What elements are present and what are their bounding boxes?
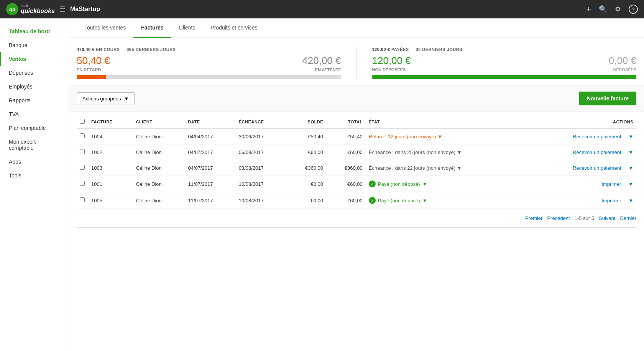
tabs-bar: Toutes les ventes Factures Clients Produ…	[69, 18, 644, 38]
actions-row: Actions groupées ▼ Nouvelle facture	[69, 85, 644, 112]
action-separator: |	[622, 165, 626, 171]
pagination-info: 1-5 sur 5	[575, 215, 594, 221]
action-dropdown-icon[interactable]: ▼	[628, 198, 633, 203]
table-body: 1004Céline Dion04/04/201730/06/2017€50,4…	[77, 129, 636, 209]
select-all-checkbox[interactable]	[80, 119, 85, 124]
sidebar-item-tva[interactable]: TVA	[0, 107, 69, 121]
pagination-premier[interactable]: Premier	[525, 215, 543, 221]
layout: Tableau de bord Banque Ventes Dépenses E…	[0, 18, 644, 351]
tab-factures[interactable]: Factures	[133, 18, 171, 38]
cell-echeance: 06/08/2017	[236, 144, 287, 160]
action-separator: |	[622, 198, 626, 203]
row-checkbox-cell	[77, 144, 88, 160]
table-row: 1004Céline Dion04/04/201730/06/2017€50,4…	[77, 129, 636, 144]
tab-produits-services[interactable]: Produits et services	[203, 18, 265, 38]
hamburger-menu[interactable]: ☰	[59, 5, 66, 13]
th-etat: ÉTAT	[366, 115, 527, 129]
cell-actions: Imprimer | ▼	[527, 192, 636, 209]
cell-echeance: 10/08/2017	[236, 192, 287, 209]
attente-amount: 420,00 €	[302, 55, 341, 67]
cell-facture: 1003	[88, 160, 133, 176]
cell-facture: 1001	[88, 176, 133, 192]
plus-icon[interactable]: +	[586, 4, 591, 14]
pagination-suivant[interactable]: Suivant	[599, 215, 615, 221]
cell-date: 04/07/2017	[185, 160, 235, 176]
sidebar-item-apps[interactable]: Apps	[0, 155, 69, 169]
row-checkbox[interactable]	[80, 149, 85, 154]
sidebar-item-mon-expert-comptable[interactable]: Mon expert-comptable	[0, 135, 69, 155]
table-header: FACTURE CLIENT DATE ÉCHÉANCE SOLDE TOTAL…	[77, 115, 636, 129]
action-primary-link[interactable]: Imprimer	[601, 198, 621, 203]
actions-groupees-button[interactable]: Actions groupées ▼	[77, 92, 135, 105]
search-icon[interactable]: 🔍	[599, 5, 607, 13]
pagination-precedent[interactable]: Précédent	[547, 215, 570, 221]
row-checkbox[interactable]	[80, 133, 85, 138]
row-checkbox[interactable]	[80, 165, 85, 170]
sidebar-item-banque[interactable]: Banque	[0, 38, 69, 52]
bottom-separator	[77, 227, 636, 228]
cell-client: Céline Dion	[133, 129, 185, 144]
status-echeance: Échéance : dans 25 jours (non envoyé) ▼	[369, 149, 462, 155]
chevron-down-icon[interactable]: ▼	[457, 165, 462, 171]
action-dropdown-icon[interactable]: ▼	[628, 134, 633, 139]
sidebar-item-plan-comptable[interactable]: Plan comptable	[0, 121, 69, 135]
cell-date: 04/04/2017	[185, 129, 235, 144]
non-deposees-amount: 120,00 €	[372, 55, 411, 67]
cell-echeance: 30/06/2017	[236, 129, 287, 144]
cell-client: Céline Dion	[133, 192, 185, 209]
summary-payees: 120,00 € PAYÉES 30 DERNIERS JOURS 120,00…	[372, 47, 637, 79]
sidebar-item-employes[interactable]: Employés	[0, 80, 69, 93]
chevron-down-icon[interactable]: ▼	[437, 134, 442, 139]
row-checkbox[interactable]	[80, 181, 85, 186]
action-dropdown-icon[interactable]: ▼	[628, 165, 633, 171]
en-cours-progress-fill	[77, 75, 106, 79]
status-echeance: Échéance : dans 22 jours (non envoyé) ▼	[369, 165, 462, 171]
action-primary-link[interactable]: Recevoir un paiement	[573, 165, 621, 171]
cell-actions: Recevoir un paiement | ▼	[527, 144, 636, 160]
sidebar-item-tools[interactable]: Tools	[0, 169, 69, 182]
action-dropdown-icon[interactable]: ▼	[628, 149, 633, 155]
main-content: Toutes les ventes Factures Clients Produ…	[69, 18, 644, 351]
cell-date: 11/07/2017	[185, 192, 235, 209]
sidebar-item-ventes[interactable]: Ventes	[0, 52, 69, 66]
action-primary-link[interactable]: Recevoir un paiement	[573, 149, 621, 155]
action-primary-link[interactable]: Recevoir un paiement	[573, 134, 621, 139]
cell-total: €60,00	[326, 176, 366, 192]
logo-text-block: intuit quickbooks	[21, 4, 55, 15]
status-paye: ✓ Payé (non déposé) ▼	[369, 180, 524, 187]
table-row: 1002Céline Dion04/07/201706/08/2017€60,0…	[77, 144, 636, 160]
sidebar-item-rapports[interactable]: Rapports	[0, 93, 69, 107]
chevron-down-icon[interactable]: ▼	[422, 198, 427, 203]
logo: qb intuit quickbooks	[6, 3, 55, 15]
chevron-down-icon[interactable]: ▼	[457, 149, 462, 155]
row-checkbox-cell	[77, 160, 88, 176]
table-row: 1001Céline Dion11/07/201710/08/2017€0,00…	[77, 176, 636, 192]
action-separator: |	[622, 181, 626, 187]
pagination-dernier[interactable]: Dernier	[620, 215, 636, 221]
sidebar-item-tableau-de-bord[interactable]: Tableau de bord	[0, 25, 69, 38]
cell-solde: €0,00	[287, 176, 326, 192]
cell-solde: €0,00	[287, 192, 326, 209]
check-icon: ✓	[369, 197, 376, 204]
cell-etat: Échéance : dans 25 jours (non envoyé) ▼	[366, 144, 527, 160]
cell-actions: Imprimer | ▼	[527, 176, 636, 192]
row-checkbox-cell	[77, 129, 88, 144]
gear-icon[interactable]: ⚙	[615, 5, 621, 13]
action-primary-link[interactable]: Imprimer	[601, 181, 621, 187]
cell-total: €60,00	[326, 192, 366, 209]
help-icon[interactable]: ?	[629, 5, 638, 14]
tab-clients[interactable]: Clients	[171, 18, 203, 38]
summary-en-cours-header: 470,40 € EN COURS 365 DERNIERS JOURS	[77, 47, 341, 52]
action-dropdown-icon[interactable]: ▼	[628, 181, 633, 187]
action-separator: |	[622, 134, 626, 139]
row-checkbox[interactable]	[80, 197, 85, 202]
cell-etat: ✓ Payé (non déposé) ▼	[366, 192, 527, 209]
nouvelle-facture-button[interactable]: Nouvelle facture	[579, 92, 636, 105]
tab-toutes-ventes[interactable]: Toutes les ventes	[77, 18, 133, 38]
th-echeance: ÉCHÉANCE	[236, 115, 287, 129]
cell-etat: Retard : 12 jours (non envoyé) ▼	[366, 129, 527, 144]
header-right: + 🔍 ⚙ ?	[586, 4, 638, 14]
cell-total: €60,00	[326, 144, 366, 160]
sidebar-item-depenses[interactable]: Dépenses	[0, 66, 69, 80]
chevron-down-icon[interactable]: ▼	[422, 181, 427, 187]
